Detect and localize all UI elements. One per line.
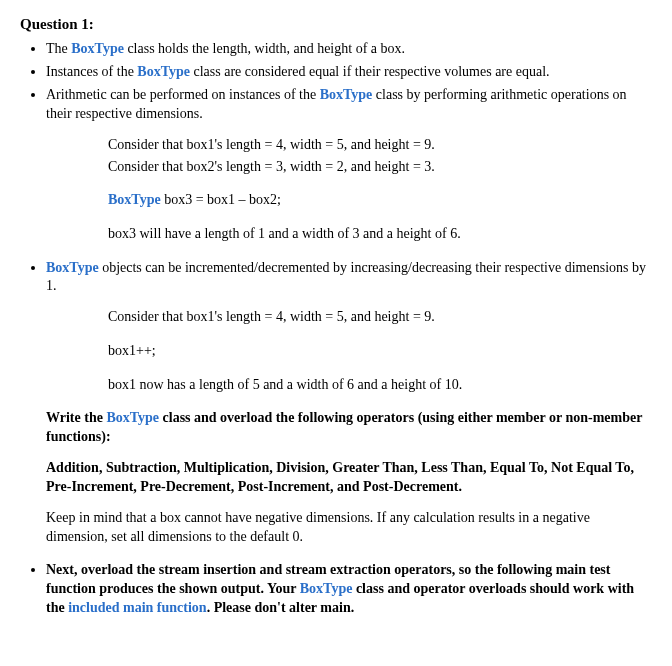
negative-note: Keep in mind that a box cannot have nega…: [46, 509, 654, 547]
code-line: BoxType box3 = box1 – box2;: [108, 189, 654, 211]
bullet-1: The BoxType class holds the length, widt…: [46, 40, 654, 59]
bullet-4-post: objects can be incremented/decremented b…: [46, 260, 646, 294]
boxtype-keyword: BoxType: [108, 192, 161, 207]
bullet-5-post: . Please don't alter main.: [207, 600, 355, 615]
bullet-1-pre: The: [46, 41, 71, 56]
question-bullets: The BoxType class holds the length, widt…: [46, 40, 654, 617]
bullet-5: Next, overload the stream insertion and …: [46, 561, 654, 618]
operators-list: Addition, Subtraction, Multiplication, D…: [46, 459, 654, 497]
boxtype-keyword: BoxType: [71, 41, 124, 56]
bullet-1-post: class holds the length, width, and heigh…: [124, 41, 405, 56]
code-line: box1 now has a length of 5 and a width o…: [108, 374, 654, 396]
boxtype-keyword: BoxType: [137, 64, 190, 79]
code-text: box3 = box1 – box2;: [161, 192, 281, 207]
code-block-2: Consider that box1's length = 4, width =…: [108, 306, 654, 395]
code-block-1: Consider that box1's length = 4, width =…: [108, 134, 654, 245]
bullet-2-pre: Instances of the: [46, 64, 137, 79]
code-line: Consider that box1's length = 4, width =…: [108, 306, 654, 328]
bullet-2-post: class are considered equal if their resp…: [190, 64, 550, 79]
bullet-2: Instances of the BoxType class are consi…: [46, 63, 654, 82]
code-line: Consider that box2's length = 3, width =…: [108, 156, 654, 178]
code-line: box3 will have a length of 1 and a width…: [108, 223, 654, 245]
code-line: box1++;: [108, 340, 654, 362]
bullet-3-pre: Arithmetic can be performed on instances…: [46, 87, 320, 102]
boxtype-keyword: BoxType: [106, 410, 159, 425]
included-main-link[interactable]: included main function: [68, 600, 206, 615]
boxtype-keyword: BoxType: [46, 260, 99, 275]
code-line: Consider that box1's length = 4, width =…: [108, 134, 654, 156]
boxtype-keyword: BoxType: [320, 87, 373, 102]
question-title: Question 1:: [20, 14, 654, 34]
boxtype-keyword: BoxType: [300, 581, 353, 596]
bullet-3: Arithmetic can be performed on instances…: [46, 86, 654, 245]
instr-pre: Write the: [46, 410, 106, 425]
write-instruction: Write the BoxType class and overload the…: [46, 409, 654, 447]
bullet-4: BoxType objects can be incremented/decre…: [46, 259, 654, 547]
